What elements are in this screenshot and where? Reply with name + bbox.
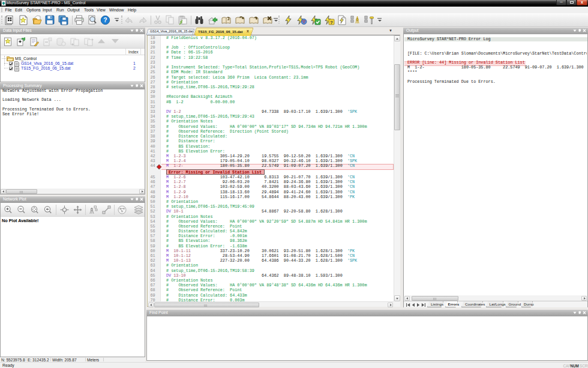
svg-text:?: ?: [330, 20, 333, 25]
svg-text:?: ?: [103, 16, 107, 23]
